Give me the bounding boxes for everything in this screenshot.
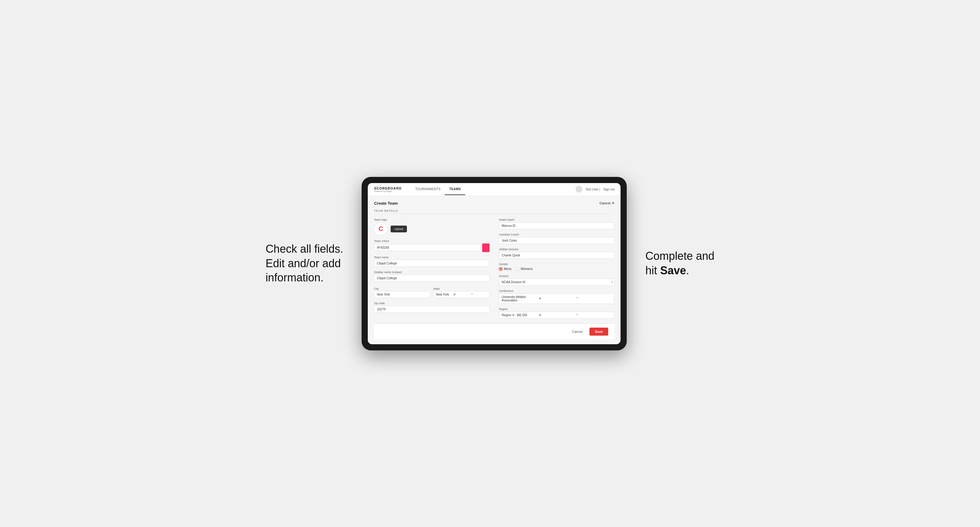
state-label: State [433,287,440,290]
user-avatar [576,186,582,193]
conference-clear-icon[interactable]: ✕ [539,297,574,300]
page-title-bar: Create Team Cancel ✕ [374,201,614,206]
head-coach-input[interactable] [499,222,614,229]
team-logo-field: Team logo C Upload [374,218,490,236]
team-colour-label: Team colour [374,240,490,243]
nav-tournaments[interactable]: TOURNAMENTS [411,184,445,195]
conference-chevron-icon[interactable]: ⌃ [576,297,612,300]
team-name-field: Team name [374,256,490,267]
annotation-line3: information. [266,271,323,284]
assistant-coach-field: Assistant Coach [499,233,614,244]
state-group: State New York ✕ ⌃ [433,286,490,298]
cancel-x-button[interactable]: Cancel ✕ [599,201,614,205]
logo-upload-area: C Upload [374,222,490,236]
annotation-right-line2: hit [645,264,660,277]
division-field: Division NCAA Division III ▾ [499,275,614,286]
section-label: TEAM DETAILS [374,209,614,214]
region-select[interactable]: Region II - (M) DIII ✕ ⌃ [499,311,614,319]
assistant-coach-label: Assistant Coach [499,233,614,236]
form-left: Team logo C Upload Team colour [374,218,490,319]
form-grid: Team logo C Upload Team colour [374,218,614,319]
footer-cancel-button[interactable]: Cancel [568,328,586,335]
zip-label: Zip code [374,302,490,305]
team-colour-field: Team colour [374,240,490,252]
colour-swatch[interactable] [482,243,490,252]
display-name-input[interactable] [374,275,490,282]
zip-field: Zip code [374,302,490,313]
upload-button[interactable]: Upload [391,225,407,232]
team-logo-label: Team logo [374,218,490,221]
conference-field: Conference University Athletic Associati… [499,289,614,304]
region-value: Region II - (M) DIII [501,313,537,317]
city-label: City [374,287,379,290]
gender-mens-label: Mens [504,267,511,271]
division-label: Division [499,275,614,278]
page-title: Create Team [374,201,398,206]
gender-field: Gender Mens Womens [499,263,614,271]
nav-teams[interactable]: TEAMS [445,184,465,195]
annotation-line1: Check all fields. [266,243,343,255]
state-select[interactable]: New York ✕ ⌃ [433,291,490,298]
form-right: Head Coach Assistant Coach Athletic Dire… [499,218,614,319]
gender-womens-radio[interactable] [516,267,519,271]
annotation-line2: Edit and/or add [266,257,340,270]
athletic-director-label: Athletic Director [499,248,614,251]
logo-title: SCOREBOARD [374,186,401,190]
conference-value: University Athletic Association [501,295,537,302]
region-chevron-icon[interactable]: ⌃ [576,313,612,317]
state-value: New York [436,293,452,296]
zip-input[interactable] [374,306,490,313]
main-content: Create Team Cancel ✕ TEAM DETAILS Team l… [368,196,620,344]
city-input[interactable] [374,291,431,298]
state-clear-icon[interactable]: ✕ [453,293,469,296]
region-clear-icon[interactable]: ✕ [539,313,574,317]
gender-radio-group: Mens Womens [499,267,614,271]
state-chevron-icon[interactable]: ⌃ [471,293,487,296]
city-state-field: City State New York ✕ ⌃ [374,286,490,298]
team-colour-input[interactable] [374,244,480,251]
left-annotation: Check all fields. Edit and/or add inform… [266,242,343,285]
user-label: Test User | [585,188,600,191]
display-name-field: Display name (unique) [374,271,490,282]
city-state-row: City State New York ✕ ⌃ [374,286,490,298]
gender-mens-radio[interactable] [499,267,503,271]
tablet-frame: SCOREBOARD Powered by clippd TOURNAMENTS… [362,177,627,351]
sign-out-link[interactable]: Sign out [603,188,615,191]
logo: SCOREBOARD Powered by clippd [374,186,401,192]
head-coach-label: Head Coach [499,218,614,221]
team-name-label: Team name [374,256,490,259]
division-select-wrapper: NCAA Division III ▾ [499,279,614,286]
division-select[interactable]: NCAA Division III [499,279,614,286]
cancel-label[interactable]: Cancel [599,201,610,205]
gender-mens-option[interactable]: Mens [499,267,511,271]
colour-input-row [374,243,490,252]
gender-womens-option[interactable]: Womens [516,267,533,271]
form-footer: Cancel Save [374,324,614,339]
gender-womens-label: Womens [521,267,533,271]
team-logo-letter: C [379,225,383,232]
nav-links: TOURNAMENTS TEAMS [411,184,465,195]
display-name-label: Display name (unique) [374,271,490,274]
conference-select[interactable]: University Athletic Association ✕ ⌃ [499,294,614,304]
team-name-input[interactable] [374,260,490,267]
athletic-director-field: Athletic Director [499,248,614,259]
city-group: City [374,286,431,298]
close-icon[interactable]: ✕ [612,201,614,205]
athletic-director-input[interactable] [499,252,614,259]
logo-sub: Powered by clippd [374,190,401,192]
conference-label: Conference [499,289,614,292]
region-label: Region [499,308,614,311]
annotation-right-end: . [686,264,689,277]
nav-right: Test User | Sign out [576,186,614,193]
head-coach-field: Head Coach [499,218,614,229]
team-logo-circle: C [374,222,388,236]
region-field: Region Region II - (M) DIII ✕ ⌃ [499,308,614,319]
annotation-right-line1: Complete and [645,250,714,262]
navbar: SCOREBOARD Powered by clippd TOURNAMENTS… [368,183,620,196]
gender-label: Gender [499,263,614,266]
tablet-screen: SCOREBOARD Powered by clippd TOURNAMENTS… [368,183,620,344]
footer-save-button[interactable]: Save [589,328,609,336]
annotation-save-bold: Save [660,264,686,277]
assistant-coach-input[interactable] [499,237,614,244]
right-annotation: Complete and hit Save. [645,249,714,278]
